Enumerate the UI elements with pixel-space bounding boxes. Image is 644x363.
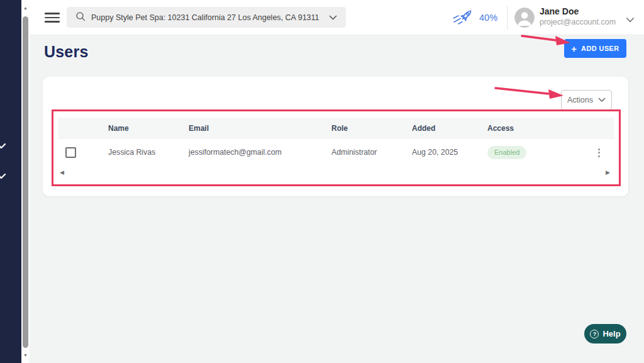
hamburger-menu-icon[interactable]	[45, 13, 60, 23]
add-user-label: ADD USER	[581, 45, 619, 52]
chevron-down-icon[interactable]	[626, 14, 635, 26]
cell-added: Aug 20, 2025	[412, 139, 458, 166]
arrow-to-add-user-button	[522, 36, 570, 45]
table-header-row: Name Email Role Added Access	[58, 118, 614, 139]
usage-indicator: 40%	[452, 0, 497, 35]
table-scroll-left-icon[interactable]: ◀	[60, 169, 64, 176]
row-checkbox[interactable]	[65, 147, 76, 158]
header-divider	[507, 6, 508, 30]
users-card: Actions Name Email Role Added Access Jes…	[43, 77, 628, 196]
help-label: Help	[602, 329, 620, 338]
avatar[interactable]	[514, 8, 535, 28]
column-header-added[interactable]: Added	[412, 118, 435, 139]
column-header-name[interactable]: Name	[108, 118, 129, 139]
add-user-button[interactable]: + ADD USER	[564, 39, 626, 58]
user-name: Jane Doe	[540, 6, 628, 17]
location-search-value: Puppy Style Pet Spa: 10231 California 27…	[91, 13, 323, 22]
cell-role: Administrator	[331, 139, 377, 166]
search-icon	[75, 11, 86, 24]
top-header: Puppy Style Pet Spa: 10231 California 27…	[30, 0, 644, 35]
plus-icon: +	[571, 44, 577, 53]
help-button[interactable]: ? Help	[584, 324, 626, 343]
rocket-icon	[452, 8, 475, 28]
chevron-down-icon[interactable]	[329, 12, 337, 23]
actions-label: Actions	[567, 96, 593, 104]
actions-button[interactable]: Actions	[561, 90, 612, 110]
location-search-input[interactable]: Puppy Style Pet Spa: 10231 California 27…	[67, 7, 346, 28]
scroll-up-icon[interactable]: ▲	[21, 5, 30, 11]
scroll-down-icon[interactable]: ▼	[21, 352, 30, 359]
column-header-email[interactable]: Email	[189, 118, 209, 139]
row-menu-kebab-icon[interactable]	[594, 147, 604, 159]
column-header-access[interactable]: Access	[487, 118, 514, 139]
table-scroll-right-icon[interactable]: ▶	[606, 169, 610, 176]
scrollbar-thumb[interactable]	[23, 16, 28, 348]
sidebar	[0, 0, 21, 363]
column-header-role[interactable]: Role	[331, 118, 348, 139]
chevron-down-icon[interactable]	[0, 140, 6, 147]
cell-email: jessiformatech@gmail.com	[189, 139, 282, 166]
vertical-scrollbar[interactable]: ▲ ▼	[21, 0, 30, 363]
access-status-badge: Enabled	[487, 146, 526, 159]
chevron-down-icon	[598, 98, 606, 103]
user-email: project@account.com	[540, 17, 628, 28]
page-title: Users	[44, 43, 89, 61]
question-mark-icon: ?	[590, 330, 599, 338]
table-row: Jessica Rivas jessiformatech@gmail.com A…	[58, 139, 614, 166]
usage-percent[interactable]: 40%	[479, 13, 497, 23]
chevron-down-icon[interactable]	[0, 170, 6, 177]
cell-name: Jessica Rivas	[108, 139, 155, 166]
user-info[interactable]: Jane Doe project@account.com	[540, 6, 628, 28]
